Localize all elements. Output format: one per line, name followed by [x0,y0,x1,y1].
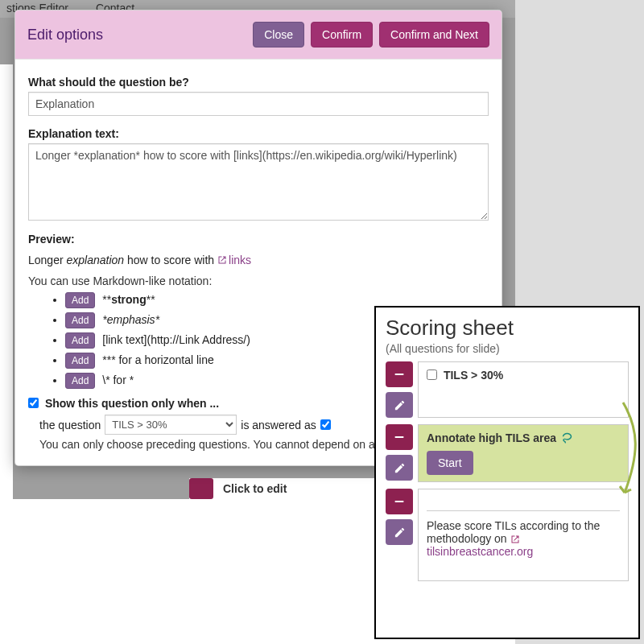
add-button[interactable]: Add [65,312,95,328]
preview-content: Longer explanation how to score with lin… [28,254,489,266]
bg-square-icon [189,478,213,499]
add-button[interactable]: Add [65,353,95,369]
external-link-icon [510,534,520,543]
external-link-icon [217,254,227,264]
preview-label: Preview: [28,233,489,246]
markdown-note: You can use Markdown-like notation: [28,275,489,287]
remove-button[interactable] [386,489,413,514]
minus-icon [393,431,406,444]
remove-button[interactable] [386,424,413,450]
modal-header: Edit options Close Confirm Confirm and N… [15,10,502,60]
preceding-question-select[interactable]: TILS > 30% [105,415,237,435]
edit-button[interactable] [386,519,413,545]
scoring-sheet-panel: Scoring sheet (All questions for slide) … [374,306,640,639]
pencil-icon [394,462,406,474]
question-row-3: Please score TILs according to the metho… [386,489,629,581]
svg-rect-0 [395,374,404,375]
lasso-icon [561,431,573,446]
answered-as-checkbox[interactable] [320,419,331,430]
confirm-next-button[interactable]: Confirm and Next [379,22,489,47]
explanation-textarea[interactable] [28,143,489,221]
question-input[interactable] [28,92,489,116]
question-box-1: TILS > 30% [418,361,629,418]
pencil-icon [394,526,406,539]
modal-title: Edit options [27,27,103,43]
show-only-when-checkbox[interactable] [28,398,39,408]
edit-button[interactable] [386,455,413,481]
show-only-when-label[interactable]: Show this question only when ... [28,397,219,410]
close-button[interactable]: Close [253,22,304,47]
add-button[interactable]: Add [65,373,95,389]
methodology-link[interactable]: tilsinbreastcancer.org [427,545,533,558]
confirm-button[interactable]: Confirm [311,22,373,47]
bg-left-strip [0,64,13,499]
question-label: What should the question be? [28,76,489,89]
add-button[interactable]: Add [65,332,95,349]
question-row-2: Annotate high TILS area Start [386,424,629,482]
svg-rect-1 [395,436,404,438]
remove-button[interactable] [386,361,413,387]
q1-checkbox[interactable] [427,369,437,380]
start-button[interactable]: Start [427,451,473,475]
question-box-2: Annotate high TILS area Start [418,424,629,482]
edit-button[interactable] [386,392,413,418]
svg-rect-2 [395,501,404,502]
preview-link[interactable]: links [217,254,251,266]
pencil-icon [394,399,406,411]
minus-icon [393,368,406,381]
explanation-label: Explanation text: [28,127,489,140]
add-button[interactable]: Add [65,292,95,308]
bg-click-to-edit-label: Click to edit [223,482,287,495]
question-row-1: TILS > 30% [386,361,629,418]
question-box-3: Please score TILs according to the metho… [418,489,629,581]
q1-checkbox-label[interactable]: TILS > 30% [427,369,503,382]
scoring-sheet-subtitle: (All questions for slide) [386,342,629,355]
scoring-sheet-title: Scoring sheet [386,316,629,341]
minus-icon [393,495,406,508]
